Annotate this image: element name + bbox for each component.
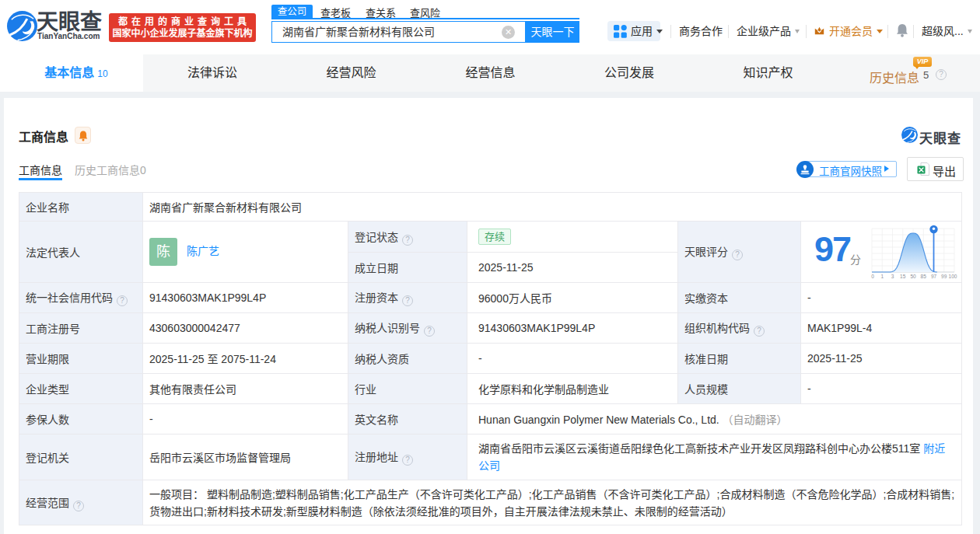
svg-text:0: 0 <box>871 274 874 279</box>
svg-text:15: 15 <box>900 274 906 279</box>
svg-text:50: 50 <box>910 274 916 279</box>
svg-text:3: 3 <box>891 274 894 279</box>
svg-text:1: 1 <box>880 274 884 279</box>
svg-text:85: 85 <box>921 274 927 279</box>
svg-text:99: 99 <box>941 274 947 279</box>
svg-text:100: 100 <box>949 274 957 279</box>
svg-text:97: 97 <box>931 274 937 279</box>
